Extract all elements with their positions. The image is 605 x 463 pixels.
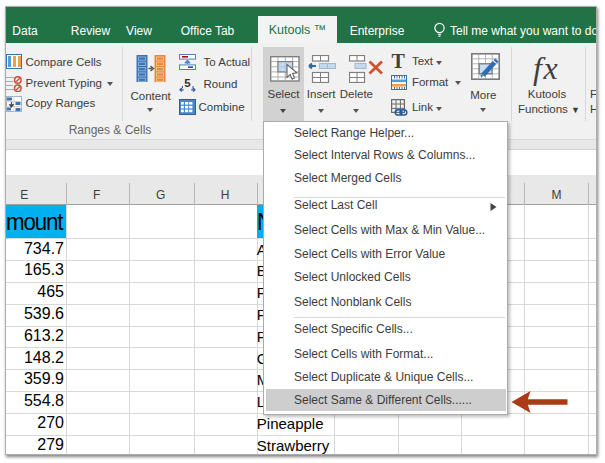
- svg-text:5: 5: [184, 77, 191, 89]
